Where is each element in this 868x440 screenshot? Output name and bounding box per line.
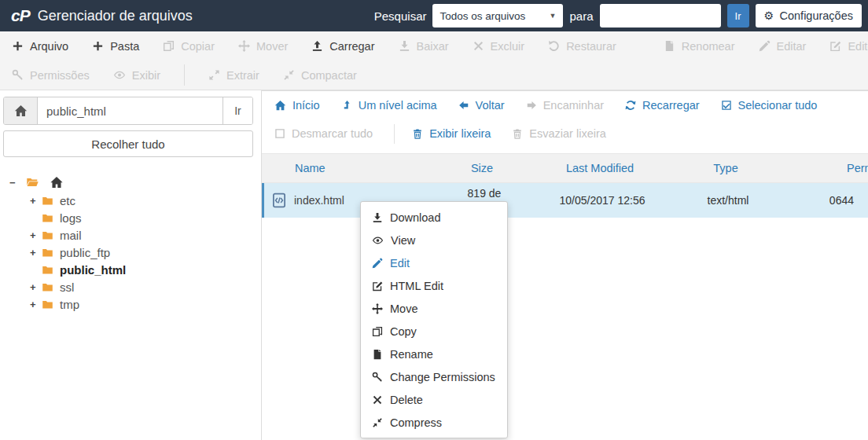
search-label: Pesquisar (374, 9, 427, 23)
column-header-size[interactable]: Size (443, 162, 521, 174)
tree-expand-toggle[interactable]: + (30, 299, 41, 310)
tree-expand-toggle[interactable]: + (30, 195, 41, 207)
column-header-permissions[interactable]: Permissions (773, 162, 868, 174)
search-scope-select[interactable]: Todos os arquivos ▼ (432, 4, 563, 28)
header-search-area: Pesquisar Todos os arquivos ▼ para Ir ⚙ … (374, 4, 868, 28)
menu-item-rename[interactable]: Rename (361, 343, 507, 365)
key-icon (12, 69, 24, 81)
nav-selecionar-tudo[interactable]: Selecionar tudo (721, 99, 818, 112)
tree-expand-toggle[interactable]: + (30, 229, 41, 241)
folder-icon (41, 195, 54, 207)
gear-icon: ⚙ (764, 9, 774, 22)
check-square-icon (721, 100, 732, 111)
folder-open-icon (25, 176, 39, 189)
toolbar-row-1: Arquivo Pasta Copiar Mover Carregar Baix… (0, 31, 868, 60)
menu-item-download[interactable]: Download (361, 206, 507, 229)
tree-item-label: ssl (60, 280, 74, 294)
file-list-panel: Início Um nível acima Voltar Encaminhar … (261, 90, 868, 440)
file-size-cell: 819 de (445, 183, 524, 200)
tree-item-label: public_html (60, 263, 126, 277)
nav-voltar[interactable]: Voltar (458, 99, 505, 112)
settings-button[interactable]: ⚙ Configurações (756, 4, 862, 28)
file-icon (664, 40, 675, 52)
collapse-all-button[interactable]: Recolher tudo (3, 130, 253, 157)
compress-icon (372, 417, 383, 428)
nav-row-1: Início Um nível acima Voltar Encaminhar … (262, 91, 868, 119)
column-header-type[interactable]: Type (679, 162, 773, 174)
path-input[interactable] (38, 97, 223, 124)
nav-esvaziar-lixeira: Esvaziar lixeira (512, 127, 606, 140)
tree-item-ssl[interactable]: +ssl (30, 278, 253, 295)
tree-item-mail[interactable]: +mail (30, 226, 253, 244)
menu-item-change-permissions[interactable]: Change Permissions (361, 365, 507, 388)
tree-item-public-html[interactable]: public_html (30, 261, 253, 278)
tree-item-etc[interactable]: +etc (30, 192, 253, 209)
nav-separator (394, 124, 395, 144)
nav-encaminhar: Encaminhar (526, 99, 604, 112)
toolbar-button-baixar: Baixar (399, 40, 449, 53)
pencil-icon (372, 258, 383, 269)
tree-item-tmp[interactable]: +tmp (30, 295, 253, 313)
edit-square-icon (372, 280, 383, 292)
menu-item-compress[interactable]: Compress (361, 411, 507, 434)
move-icon (372, 303, 383, 314)
toolbar-button-extrair: Extrair (208, 69, 259, 82)
level-up-icon (341, 100, 352, 111)
menu-item-html-edit[interactable]: HTML Edit (361, 274, 507, 297)
tree-collapse-toggle[interactable]: − (9, 177, 20, 189)
tree-item-label: tmp (60, 298, 79, 311)
search-input[interactable] (600, 4, 721, 28)
menu-item-copy[interactable]: Copy (361, 320, 507, 343)
nav-um-nivel-acima[interactable]: Um nível acima (341, 99, 437, 112)
toolbar-button-mover: Mover (238, 40, 288, 53)
menu-item-view[interactable]: View (361, 229, 507, 251)
code-file-icon (271, 192, 287, 208)
toolbar-button-pasta[interactable]: Pasta (92, 40, 139, 53)
upload-icon (311, 40, 323, 52)
nav-recarregar[interactable]: Recarregar (625, 99, 700, 112)
file-permissions-cell: 0644 (775, 194, 868, 207)
eye-icon (372, 235, 384, 246)
toolbar-button-copiar: Copiar (163, 40, 215, 53)
arrow-right-icon (526, 100, 537, 111)
tree-item-public-ftp[interactable]: +public_ftp (30, 244, 253, 261)
menu-item-move[interactable]: Move (361, 297, 507, 320)
folder-icon (41, 212, 54, 224)
path-go-button[interactable]: Ir (223, 97, 252, 124)
nav-exibir-lixeira[interactable]: Exibir lixeira (412, 127, 491, 140)
sidebar: Ir Recolher tudo − +etc logs +mail +publ… (0, 90, 261, 440)
menu-item-delete[interactable]: Delete (361, 388, 507, 411)
toolbar-button-exibir: Exibir (113, 69, 160, 82)
nav-inicio[interactable]: Início (274, 99, 320, 112)
file-table-header: Name Size Last Modified Type Permissions (262, 153, 868, 183)
pencil-icon (759, 40, 771, 52)
nav-row-2: Desmarcar tudo Exibir lixeira Esvaziar l… (262, 119, 868, 148)
menu-item-edit[interactable]: Edit (361, 251, 507, 274)
tree-item-logs[interactable]: logs (30, 209, 253, 226)
search-go-button[interactable]: Ir (727, 4, 749, 28)
tree-item-root[interactable]: − (9, 173, 253, 192)
column-header-last-modified[interactable]: Last Modified (521, 162, 679, 174)
page-title: Gerenciador de arquivos (38, 8, 193, 24)
folder-icon (41, 281, 54, 293)
refresh-icon (625, 100, 636, 111)
table-row-index-html[interactable]: index.html 819 de 10/05/2017 12:56 text/… (262, 183, 868, 218)
toolbar-button-editor-html: Editor de HTML (829, 40, 868, 53)
toolbar: Arquivo Pasta Copiar Mover Carregar Baix… (0, 31, 868, 90)
folder-icon (41, 229, 54, 241)
settings-label: Configurações (780, 9, 854, 22)
column-header-name[interactable]: Name (262, 162, 443, 174)
app-header: cP Gerenciador de arquivos Pesquisar Tod… (0, 0, 868, 31)
home-button[interactable] (4, 97, 38, 124)
tree-expand-toggle[interactable]: + (30, 281, 41, 293)
file-name: index.html (294, 194, 344, 207)
context-menu: Download View Edit HTML Edit Move Copy R… (360, 201, 508, 438)
toolbar-button-compactar: Compactar (283, 69, 357, 82)
toolbar-button-excluir: Excluir (473, 40, 525, 53)
toolbar-button-carregar[interactable]: Carregar (311, 40, 374, 53)
cpanel-logo: cP (11, 6, 30, 25)
move-icon (238, 40, 250, 52)
file-type-cell: text/html (681, 194, 775, 207)
toolbar-button-arquivo[interactable]: Arquivo (12, 40, 68, 53)
tree-expand-toggle[interactable]: + (30, 247, 41, 258)
